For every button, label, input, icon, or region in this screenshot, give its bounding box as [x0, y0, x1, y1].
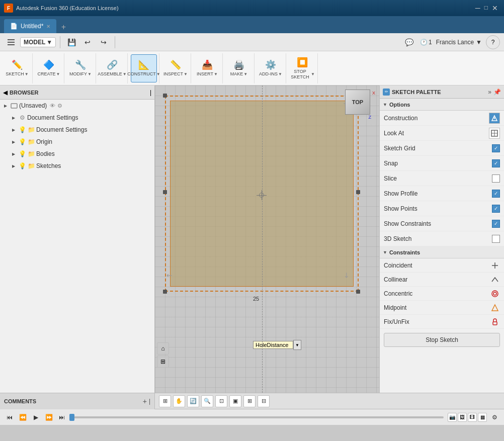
effects-button[interactable]: ⊞	[243, 395, 256, 407]
3d-sketch-checkbox[interactable]	[492, 235, 500, 243]
zoom-button[interactable]: 🔍	[201, 395, 213, 407]
make-button[interactable]: 🖨️ MAKE▼	[226, 54, 252, 82]
modify-button[interactable]: 🔧 MODIFY▼	[67, 54, 94, 82]
timeline-play[interactable]: ▶	[30, 412, 41, 423]
inspect-button[interactable]: 📏 INSPECT▼	[162, 54, 189, 82]
timeline-skip-end[interactable]: ⏭	[56, 412, 67, 423]
viewport[interactable]: ↗ ↗ ↗ 25 HoleDistance ▼ TOP X Z	[155, 85, 379, 393]
tree-item-named-views[interactable]: ▶ 💡 📁 Document Settings	[0, 124, 154, 136]
timeline-skip-start[interactable]: ⏮	[4, 412, 15, 423]
home-button[interactable]: ⌂	[157, 342, 169, 355]
redo-button[interactable]: ↪	[97, 35, 111, 49]
fit-button[interactable]: ⊞	[157, 356, 169, 368]
toolbar-group-construct: 📐 CONSTRUCT▼	[129, 53, 159, 83]
bottom-bar: COMMENTS + | ⊞ ✋ 🔄 🔍 ⊡ ▣ ⊞ ⊟	[0, 393, 504, 409]
tree-item-origin[interactable]: ▶ 💡 📁 Origin	[0, 136, 154, 148]
concentric-icon	[490, 289, 500, 299]
undo-button[interactable]: ↩	[80, 35, 95, 49]
tree-item-bodies[interactable]: ▶ 💡 📁 Bodies	[0, 148, 154, 160]
zoom-fit-button[interactable]: ⊡	[215, 395, 227, 407]
model-dropdown[interactable]: MODEL ▼	[20, 37, 56, 47]
construct-button[interactable]: 📐 CONSTRUCT▼	[131, 54, 157, 82]
viewport-toolbar: ⊞ ✋ 🔄 🔍 ⊡ ▣ ⊞ ⊟	[155, 395, 504, 407]
timeline-prev[interactable]: ⏪	[17, 412, 28, 423]
show-profile-checkbox[interactable]: ✓	[492, 190, 500, 198]
tree-visibility-icon[interactable]: ⚙	[57, 103, 62, 109]
timeline-settings-button[interactable]: ⚙	[489, 412, 500, 423]
assemble-icon: 🔗	[107, 59, 118, 70]
constraints-section-header[interactable]: ▼ Constraints	[380, 246, 504, 258]
concentric-row[interactable]: Concentric	[380, 287, 504, 301]
collinear-row[interactable]: Collinear	[380, 273, 504, 287]
grid-snap-button[interactable]: ⊞	[159, 395, 171, 407]
show-constraints-checkbox[interactable]: ✓	[492, 220, 500, 228]
close-btn[interactable]: ✕	[492, 4, 498, 12]
slice-row: Slice	[380, 171, 504, 186]
tab-untitled[interactable]: 📄 Untitled* ✕	[4, 19, 56, 33]
midpoint-label: Midpoint	[384, 304, 490, 311]
midpoint-row[interactable]: Midpoint	[380, 301, 504, 315]
save-button[interactable]: 💾	[64, 35, 78, 49]
view-cube-face[interactable]: TOP	[345, 90, 370, 115]
orbit-button[interactable]: 🔄	[187, 395, 199, 407]
history-button[interactable]: 🕐 1	[420, 39, 432, 46]
user-name: Francis Lance	[436, 39, 474, 46]
create-button[interactable]: 🔷 CREATE▼	[36, 54, 62, 82]
display-settings-button[interactable]: ⊟	[258, 395, 270, 407]
tab-label: Untitled*	[21, 23, 43, 30]
minimize-btn[interactable]: ─	[475, 4, 480, 12]
chat-button[interactable]: 💬	[402, 35, 416, 49]
timeline-frame-icon: 🖼	[458, 413, 467, 422]
insert-icon: 📥	[202, 59, 213, 70]
top-toolbar: MODEL ▼ 💾 ↩ ↪ 💬 🕐 1 Francis Lance ▼ ?	[0, 33, 504, 51]
tree-item-root[interactable]: ▶ (Unsaved) 👁 ⚙	[0, 100, 154, 112]
options-section-header[interactable]: ▼ Options	[380, 99, 504, 111]
palette-pin-icon[interactable]: 📌	[493, 89, 501, 96]
user-menu[interactable]: Francis Lance ▼	[436, 39, 482, 46]
app-logo: F	[4, 4, 13, 13]
coincident-row[interactable]: Coincident	[380, 258, 504, 273]
hole-distance-dropdown[interactable]: ▼	[293, 340, 301, 350]
help-button[interactable]: ?	[486, 35, 500, 49]
comments-overflow-icon[interactable]: |	[149, 398, 150, 405]
browser-expand-icon[interactable]: |	[150, 89, 151, 96]
toolbar-group-create: 🔷 CREATE▼	[34, 53, 64, 83]
restore-btn[interactable]: □	[484, 4, 488, 12]
fix-unfix-row[interactable]: Fix/UnFix	[380, 315, 504, 329]
tab-close-icon[interactable]: ✕	[46, 24, 50, 29]
display-mode-button[interactable]: ▣	[229, 395, 241, 407]
app-menu-button[interactable]	[4, 35, 18, 49]
history-count: 1	[429, 39, 432, 46]
hole-distance-field[interactable]: HoleDistance ▼	[253, 340, 301, 350]
create-icon: 🔷	[43, 59, 54, 70]
sketch-grid-checkbox[interactable]: ✓	[492, 144, 500, 152]
browser-collapse-icon[interactable]: ◀	[3, 89, 8, 96]
construction-toggle[interactable]	[489, 113, 500, 124]
comments-add-button[interactable]: +	[143, 397, 147, 405]
sketch-create-button[interactable]: ✏️ SKETCH▼	[4, 54, 30, 82]
tree-item-doc-settings[interactable]: ▶ ⚙ Document Settings	[0, 112, 154, 124]
show-points-checkbox[interactable]: ✓	[492, 205, 500, 213]
collinear-icon	[490, 275, 500, 285]
stop-sketch-button[interactable]: Stop Sketch	[384, 333, 500, 347]
tree-chevron-sketches: ▶	[10, 162, 17, 169]
pan-button[interactable]: ✋	[173, 395, 185, 407]
hole-distance-input[interactable]: HoleDistance	[253, 341, 293, 349]
timeline-next[interactable]: ⏩	[43, 412, 54, 423]
look-at-button[interactable]	[489, 128, 500, 139]
show-profile-label: Show Profile	[384, 190, 492, 197]
tree-item-sketches[interactable]: ▶ 💡 📁 Sketches	[0, 160, 154, 172]
new-tab-button[interactable]: +	[57, 21, 69, 33]
view-cube[interactable]: TOP X Z	[345, 90, 375, 120]
stop-sketch-toolbar-button[interactable]: ⏹️ STOP SKETCH▼	[289, 54, 315, 82]
timeline-playhead[interactable]	[69, 414, 74, 421]
tab-bar: 📄 Untitled* ✕ +	[0, 16, 504, 33]
insert-button[interactable]: 📥 INSERT▼	[194, 54, 220, 82]
browser-header: ◀ BROWSER |	[0, 85, 154, 100]
addins-button[interactable]: ⚙️ ADD-INS▼	[258, 54, 284, 82]
slice-checkbox[interactable]	[492, 174, 500, 183]
toolbar-group-insert: 📥 INSERT▼	[192, 53, 223, 83]
command-toolbar: ✏️ SKETCH▼ 🔷 CREATE▼ 🔧 MODIFY▼ 🔗 ASSEMBL…	[0, 51, 504, 85]
assemble-button[interactable]: 🔗 ASSEMBLE▼	[99, 54, 125, 82]
snap-checkbox[interactable]: ✓	[492, 159, 500, 167]
